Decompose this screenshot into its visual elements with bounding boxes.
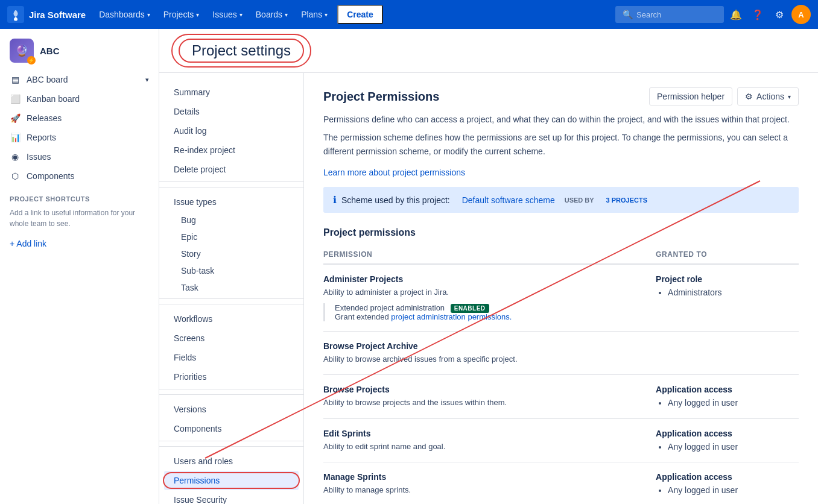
permission-name: Edit Sprints bbox=[323, 429, 646, 438]
chevron-down-icon: ▾ bbox=[788, 93, 791, 100]
settings-header: Project settings bbox=[159, 29, 818, 73]
granted-list: Any logged in user bbox=[656, 442, 799, 452]
permissions-actions: Permission helper ⚙ Actions ▾ bbox=[649, 87, 799, 106]
granted-list: Any logged in user bbox=[656, 398, 799, 408]
granted-list: Any logged in user bbox=[656, 485, 799, 495]
issues-icon: ◉ bbox=[10, 152, 21, 162]
granted-role: Application access bbox=[656, 472, 799, 482]
granted-cell: Project roleAdministrators bbox=[646, 264, 799, 331]
settings-nav-users-roles[interactable]: Users and roles bbox=[159, 452, 303, 471]
sidebar-item-components[interactable]: ⬡ Components bbox=[0, 166, 159, 186]
sidebar-item-abc-board[interactable]: ▤ ABC board ▾ bbox=[0, 70, 159, 89]
permission-name: Browse Project Archive bbox=[323, 341, 646, 351]
user-avatar[interactable]: A bbox=[791, 5, 811, 24]
settings-nav-summary[interactable]: Summary bbox=[159, 83, 303, 102]
add-link-button[interactable]: + Add link bbox=[0, 234, 159, 253]
permissions-description-1: Permissions define who can access a proj… bbox=[323, 113, 799, 126]
permission-cell: Edit SprintsAbility to edit sprint name … bbox=[323, 418, 646, 462]
project-permissions-section-title: Project permissions bbox=[323, 227, 799, 238]
nav-issues[interactable]: Issues ▾ bbox=[206, 6, 248, 23]
settings-nav-subtask[interactable]: Sub-task bbox=[159, 262, 303, 279]
sidebar-item-reports[interactable]: 📊 Reports bbox=[0, 128, 159, 147]
settings-nav-epic[interactable]: Epic bbox=[159, 228, 303, 245]
learn-more-link[interactable]: Learn more about project permissions bbox=[323, 168, 465, 177]
scheme-info-box: ℹ Scheme used by this project: Default s… bbox=[323, 187, 799, 213]
settings-navigation: Summary Details Audit log Re-index proje… bbox=[159, 73, 304, 504]
gear-icon: ⚙ bbox=[745, 92, 753, 101]
shortcuts-description: Add a link to useful information for you… bbox=[0, 205, 159, 234]
granted-role: Project role bbox=[656, 274, 799, 284]
scheme-name-link[interactable]: Default software scheme bbox=[462, 195, 555, 205]
permission-desc: Ability to manage sprints. bbox=[323, 484, 646, 496]
chevron-down-icon: ▾ bbox=[285, 11, 288, 18]
releases-icon: 🚀 bbox=[10, 113, 21, 123]
settings-nav-permissions[interactable]: Permissions bbox=[164, 471, 299, 490]
info-icon: ℹ bbox=[333, 194, 337, 206]
kanban-icon: ⬜ bbox=[10, 94, 21, 104]
permissions-content: Project Permissions Permission helper ⚙ … bbox=[304, 73, 818, 504]
settings-nav-screens[interactable]: Screens bbox=[159, 329, 303, 348]
create-button[interactable]: Create bbox=[337, 5, 383, 24]
settings-layout: Summary Details Audit log Re-index proje… bbox=[159, 73, 818, 504]
nav-projects[interactable]: Projects ▾ bbox=[157, 6, 206, 23]
settings-nav-task[interactable]: Task bbox=[159, 279, 303, 296]
project-header: 🔮 ⚡ ABC bbox=[0, 29, 159, 70]
permissions-description-2: The permission scheme defines how the pe… bbox=[323, 131, 799, 158]
permission-helper-button[interactable]: Permission helper bbox=[649, 87, 732, 106]
nav-dashboards[interactable]: Dashboards ▾ bbox=[93, 6, 156, 23]
app-layout: 🔮 ⚡ ABC ▤ ABC board ▾ ⬜ Kanban board 🚀 R… bbox=[0, 0, 818, 504]
nav-boards[interactable]: Boards ▾ bbox=[250, 6, 294, 23]
settings-nav-group-workflows: Workflows Screens Fields Priorities bbox=[159, 304, 303, 386]
settings-nav-versions[interactable]: Versions bbox=[159, 400, 303, 419]
permission-extended: Extended project administration ENABLEDG… bbox=[323, 303, 646, 321]
settings-nav-group-main: Summary Details Audit log Re-index proje… bbox=[159, 83, 303, 179]
search-bar[interactable]: 🔍 Search bbox=[615, 6, 724, 23]
extended-link[interactable]: project administration permissions. bbox=[391, 312, 512, 321]
settings-nav-details[interactable]: Details bbox=[159, 102, 303, 121]
table-header-row: Permission Granted to bbox=[323, 245, 799, 264]
settings-nav-reindex[interactable]: Re-index project bbox=[159, 140, 303, 160]
chevron-down-icon: ▾ bbox=[325, 11, 328, 18]
table-row: Browse Project ArchiveAbility to browse … bbox=[323, 331, 799, 375]
settings-nav-components[interactable]: Components bbox=[159, 419, 303, 438]
help-button[interactable]: ❓ bbox=[748, 5, 767, 24]
projects-count-link[interactable]: 3 PROJECTS bbox=[606, 197, 647, 204]
granted-list: Administrators bbox=[656, 288, 799, 297]
granted-cell: Application accessAny logged in user bbox=[646, 375, 799, 419]
extended-label: Extended project administration bbox=[335, 303, 447, 312]
table-row: Browse ProjectsAbility to browse project… bbox=[323, 375, 799, 419]
scheme-label: Scheme used by this project: bbox=[341, 195, 450, 205]
granted-cell: Application accessAny logged in user bbox=[646, 418, 799, 462]
settings-nav-delete[interactable]: Delete project bbox=[159, 160, 303, 179]
settings-nav-issue-security[interactable]: Issue Security bbox=[159, 490, 303, 504]
permissions-header: Project Permissions Permission helper ⚙ … bbox=[323, 87, 799, 106]
page-title: Project settings bbox=[179, 39, 304, 63]
settings-nav-workflows[interactable]: Workflows bbox=[159, 309, 303, 329]
table-row: Administer ProjectsAbility to administer… bbox=[323, 264, 799, 331]
actions-button[interactable]: ⚙ Actions ▾ bbox=[737, 87, 799, 106]
sidebar-item-kanban[interactable]: ⬜ Kanban board bbox=[0, 89, 159, 109]
sidebar-item-issues[interactable]: ◉ Issues bbox=[0, 147, 159, 166]
board-icon: ▤ bbox=[10, 75, 21, 84]
app-brand[interactable]: Jira Software bbox=[7, 6, 86, 23]
permissions-table: Permission Granted to Administer Project… bbox=[323, 245, 799, 504]
chevron-down-icon: ▾ bbox=[147, 11, 150, 18]
enabled-badge: ENABLED bbox=[451, 304, 489, 313]
list-item: Any logged in user bbox=[668, 442, 799, 452]
granted-role: Application access bbox=[656, 429, 799, 438]
project-sidebar: 🔮 ⚡ ABC ▤ ABC board ▾ ⬜ Kanban board 🚀 R… bbox=[0, 29, 159, 504]
settings-nav-fields[interactable]: Fields bbox=[159, 348, 303, 367]
project-name: ABC bbox=[40, 46, 60, 56]
settings-nav-group-security: Users and roles Permissions Issue Securi… bbox=[159, 446, 303, 504]
settings-nav-priorities[interactable]: Priorities bbox=[159, 367, 303, 386]
nav-plans[interactable]: Plans ▾ bbox=[295, 6, 334, 23]
settings-nav-bug[interactable]: Bug bbox=[159, 212, 303, 228]
permission-desc: Ability to browse projects and the issue… bbox=[323, 397, 646, 409]
settings-nav-audit-log[interactable]: Audit log bbox=[159, 121, 303, 140]
top-navigation: Jira Software Dashboards ▾ Projects ▾ Is… bbox=[0, 0, 818, 29]
sidebar-item-releases[interactable]: 🚀 Releases bbox=[0, 109, 159, 128]
list-item: Administrators bbox=[668, 288, 799, 297]
settings-button[interactable]: ⚙ bbox=[770, 5, 789, 24]
notifications-button[interactable]: 🔔 bbox=[726, 5, 746, 24]
settings-nav-story[interactable]: Story bbox=[159, 245, 303, 262]
